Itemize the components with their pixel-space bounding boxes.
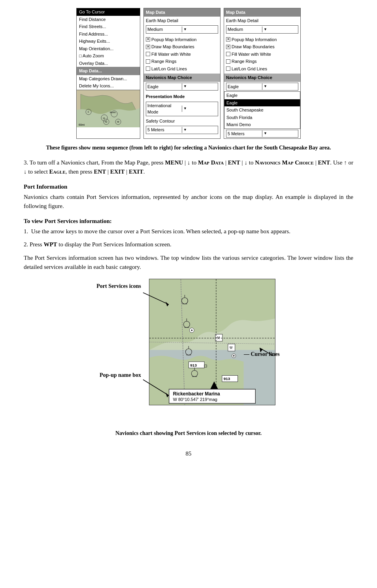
panel2-meters-arrow: ▼: [182, 127, 218, 133]
port-info-para: Navionics charts contain Port Services i…: [24, 193, 353, 211]
svg-text:⚒: ⚒: [229, 346, 233, 350]
panel2-fill-row[interactable]: Fill Water with White: [144, 51, 220, 58]
panel3-draw-check[interactable]: ✕: [226, 45, 230, 49]
menu-item-auto-zoom[interactable]: □ Auto Zoom: [77, 52, 140, 60]
panel2-earth-map-arrow: ▼: [182, 26, 218, 33]
dropdown-miami-demo[interactable]: Miami Demo: [224, 121, 300, 129]
label-cursor: — Cursor lines: [244, 350, 287, 358]
panel2-range-check[interactable]: [146, 59, 150, 64]
panel3-draw-row[interactable]: ✕ Draw Map Boundaries: [224, 43, 300, 51]
panel3-meters-select[interactable]: 5 Meters ▼: [226, 130, 298, 138]
svg-text:16: 16: [103, 117, 105, 119]
port-diagram: ⚒ ⚒ 913 913: [90, 279, 287, 425]
para-bottom: The Port Services information screen has…: [24, 253, 353, 272]
panel3-meters-value: 5 Meters: [226, 130, 262, 138]
panel2-draw-label: Draw Map Boundaries: [151, 43, 194, 50]
panel2-navionics-value: Eagle: [146, 83, 182, 91]
panel3-popup-row[interactable]: ✕ Popup Map Information: [224, 36, 300, 43]
menu-item-delete-icons[interactable]: Delete My Icons...: [77, 82, 140, 90]
panel2-international-select[interactable]: International Mode ▼: [146, 102, 218, 116]
menu-item-highway-exits[interactable]: Highway Exits...: [77, 38, 140, 45]
panel2-popup-row[interactable]: ✕ Popup Map Information: [144, 36, 220, 43]
port-caption-text: Navionics chart showing Port Services ic…: [115, 430, 262, 436]
panel3-lat-row[interactable]: Lat/Lon Grid Lines: [224, 65, 300, 73]
dropdown-eagle2[interactable]: Eagle: [224, 99, 300, 107]
panel2-popup-check[interactable]: ✕: [146, 37, 150, 42]
panel2-earth-map-label: Earth Map Detail: [144, 17, 220, 25]
svg-text:62: 62: [105, 121, 107, 123]
step2-text: 2. Press WPT to display the Port Service…: [24, 240, 353, 249]
port-caption: Navionics chart showing Port Services ic…: [24, 429, 353, 437]
menu-item-map-categories[interactable]: Map Categories Drawn...: [77, 75, 140, 83]
panel2-navionics-arrow: ▼: [182, 83, 218, 90]
menu-item-go-to-cursor[interactable]: Go To Cursor: [77, 8, 140, 16]
port-map-svg: ⚒ ⚒ 913 913: [149, 279, 275, 405]
panel2-navionics-select[interactable]: Eagle ▼: [146, 83, 218, 91]
dropdown-south-chesapeake[interactable]: South Chesapeake: [224, 106, 300, 114]
svg-text:6: 6: [88, 111, 89, 113]
dropdown-eagle1[interactable]: Eagle: [224, 92, 300, 99]
view-port-title: To view Port Services information:: [24, 217, 353, 226]
panel2-range-row[interactable]: Range Rings: [144, 58, 220, 65]
port-info-title: Port Information: [24, 182, 353, 191]
panel2-popup-label: Popup Map Information: [151, 36, 196, 43]
panel2-meters-select[interactable]: 5 Meters ▼: [146, 126, 218, 134]
figures-area: Go To Cursor Find Distance Find Streets.…: [24, 8, 353, 139]
panel2-meters-value: 5 Meters: [146, 126, 182, 134]
panel2-fill-label: Fill Water with White: [151, 51, 191, 58]
panel3-navionics-select[interactable]: Eagle ▼: [226, 83, 298, 91]
panel3-dropdown[interactable]: Eagle Eagle South Chesapeake South Flori…: [224, 91, 300, 129]
svg-text:60mi: 60mi: [79, 123, 85, 126]
panel2-range-label: Range Rings: [151, 58, 177, 65]
svg-text:W 80°10.547'  219°mag: W 80°10.547' 219°mag: [173, 397, 217, 402]
panel3-earth-map-select[interactable]: Medium ▼: [226, 25, 298, 34]
panel3-range-check[interactable]: [226, 59, 230, 64]
panel2-lat-label: Lat/Lon Grid Lines: [151, 66, 187, 72]
panel2-fill-check[interactable]: [146, 52, 150, 56]
panel3-fill-label: Fill Water with White: [232, 51, 271, 58]
panel3-earth-map-label: Earth Map Detail: [224, 17, 300, 25]
menu-item-map-orientation[interactable]: Map Orientation...: [77, 45, 140, 53]
panel2-international-value: International Mode: [146, 102, 182, 116]
panel3-navionics-arrow: ▼: [262, 83, 298, 90]
panel2-draw-check[interactable]: ✕: [146, 45, 150, 49]
menu-item-find-address[interactable]: Find Address...: [77, 30, 140, 38]
svg-text:69: 69: [117, 121, 119, 123]
panel2-header: Map Data: [144, 8, 220, 17]
label-popup: Pop-up name box: [90, 372, 141, 379]
map-preview-svg: 60mi 6 16 Musko 62 69: [77, 90, 140, 127]
panel3-popup-label: Popup Map Information: [232, 36, 277, 43]
menu-item-find-streets[interactable]: Find Streets...: [77, 23, 140, 30]
panel3-lat-check[interactable]: [226, 66, 230, 71]
panel3-popup-check[interactable]: ✕: [226, 37, 230, 42]
menu-item-overlay-data[interactable]: Overlay Data...: [77, 60, 140, 67]
panel2-international-arrow: ▼: [182, 106, 218, 112]
panel3-range-row[interactable]: Range Rings: [224, 58, 300, 65]
panel2-presentation-label: Presentation Mode: [144, 93, 220, 101]
body-para1: 3. To turn off a Navionics chart, From t…: [24, 158, 353, 177]
panel2-lat-row[interactable]: Lat/Lon Grid Lines: [144, 65, 220, 73]
panel2-earth-map-value: Medium: [146, 26, 182, 33]
panel3-fill-check[interactable]: [226, 52, 230, 56]
dropdown-south-florida[interactable]: South Florida: [224, 114, 300, 121]
svg-text:913: 913: [190, 363, 197, 367]
panel3-range-label: Range Rings: [232, 58, 257, 65]
panel2-earth-map-select[interactable]: Medium ▼: [146, 25, 218, 34]
svg-text:Musko: Musko: [110, 111, 116, 113]
map-panel-3: Map Data Earth Map Detail Medium ▼ ✕ Pop…: [224, 8, 301, 139]
svg-text:Rickenbacker Marina: Rickenbacker Marina: [173, 391, 220, 397]
panel3-navionics-value: Eagle: [226, 83, 262, 91]
panel3-earth-map-value: Medium: [226, 26, 262, 33]
menu-panel-1: Go To Cursor Find Distance Find Streets.…: [76, 8, 140, 139]
label-port-services: Port Services icons: [90, 283, 141, 290]
step1-text: 1. Use the arrow keys to move the cursor…: [24, 227, 353, 236]
menu-item-map-data[interactable]: Map Data...: [77, 67, 140, 75]
svg-point-23: [191, 329, 192, 331]
panel3-fill-row[interactable]: Fill Water with White: [224, 51, 300, 58]
port-diagram-container: ⚒ ⚒ 913 913: [24, 279, 353, 425]
panel2-lat-check[interactable]: [146, 66, 150, 71]
menu-item-find-distance[interactable]: Find Distance: [77, 16, 140, 23]
panel3-navionics-label: Navionics Map Choice: [224, 74, 300, 82]
port-image-box: ⚒ ⚒ 913 913: [149, 279, 275, 405]
panel2-draw-row[interactable]: ✕ Draw Map Boundaries: [144, 43, 220, 51]
